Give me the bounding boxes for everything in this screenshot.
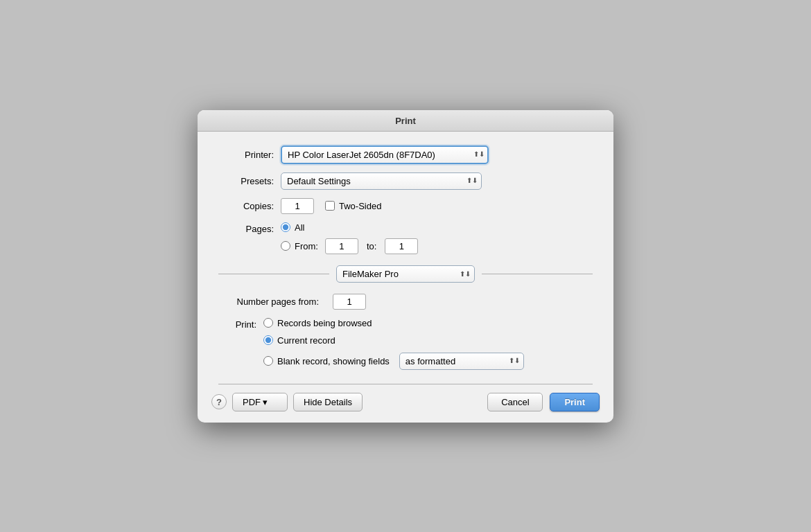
blank-record-radio[interactable]: [263, 356, 273, 366]
asformatted-select[interactable]: as formatted: [399, 353, 524, 370]
two-sided-label: Two-Sided: [339, 201, 381, 211]
blank-record-row: Blank record, showing fields as formatte…: [263, 353, 524, 370]
asformatted-select-wrapper: as formatted ⬆⬇: [399, 353, 524, 370]
current-record-row: Current record: [263, 335, 524, 346]
pages-from-radio[interactable]: [281, 241, 290, 251]
pdf-arrow-icon: ▾: [263, 397, 268, 407]
pages-from-input[interactable]: [325, 238, 358, 254]
pages-from-label: From:: [295, 241, 318, 251]
current-record-label: Current record: [277, 335, 335, 346]
presets-select[interactable]: Default Settings: [281, 172, 482, 190]
number-pages-row: Number pages from:: [218, 294, 593, 310]
records-browsed-row: Records being browsed: [263, 318, 524, 328]
filemaker-line-left: [218, 274, 329, 274]
cancel-button[interactable]: Cancel: [487, 393, 543, 411]
printer-label: Printer:: [218, 150, 274, 160]
number-pages-label: Number pages from:: [218, 296, 319, 307]
printer-row: Printer: HP Color LaserJet 2605dn (8F7DA…: [218, 145, 593, 164]
print-options-label: Print:: [218, 319, 256, 330]
records-browsed-label: Records being browsed: [277, 318, 372, 328]
two-sided-checkbox[interactable]: [325, 201, 335, 211]
copies-label: Copies:: [218, 201, 274, 211]
pages-row: Pages: All From: to:: [218, 222, 593, 254]
hide-details-button[interactable]: Hide Details: [293, 393, 363, 411]
pages-to-input[interactable]: [385, 238, 418, 254]
help-button[interactable]: ?: [211, 394, 227, 409]
pages-from-row: From: to:: [281, 238, 418, 254]
number-pages-input[interactable]: [333, 294, 366, 310]
presets-row: Presets: Default Settings ⬆⬇: [218, 172, 593, 190]
filemaker-line-right: [482, 274, 593, 274]
pages-all-row: All: [281, 222, 418, 233]
presets-select-wrapper: Default Settings ⬆⬇: [281, 172, 482, 190]
pages-all-radio[interactable]: [281, 222, 290, 232]
printer-select[interactable]: HP Color LaserJet 2605dn (8F7DA0): [281, 145, 489, 164]
pages-to-label: to:: [367, 241, 376, 251]
footer-left: ? PDF ▾ Hide Details: [211, 393, 363, 411]
two-sided-wrapper: Two-Sided: [325, 201, 381, 211]
pages-label: Pages:: [218, 224, 274, 234]
print-options-row: Print: Records being browsed Current rec…: [218, 318, 593, 374]
print-dialog: Print Printer: HP Color LaserJet 2605dn …: [198, 110, 613, 423]
blank-record-label: Blank record, showing fields: [277, 356, 390, 366]
printer-select-wrapper: HP Color LaserJet 2605dn (8F7DA0) ⬆⬇: [281, 145, 489, 164]
section-select[interactable]: FileMaker Pro: [336, 265, 475, 283]
copies-input[interactable]: [281, 198, 314, 214]
title-bar: Print: [198, 110, 613, 132]
filemaker-section: FileMaker Pro ⬆⬇: [218, 265, 593, 283]
pages-all-label: All: [295, 222, 304, 233]
dialog-body: Printer: HP Color LaserJet 2605dn (8F7DA…: [198, 132, 613, 384]
dialog-title: Print: [395, 116, 416, 126]
pdf-button[interactable]: PDF ▾: [232, 393, 288, 411]
copies-row: Copies: Two-Sided: [218, 198, 593, 214]
current-record-radio[interactable]: [263, 335, 273, 345]
presets-label: Presets:: [218, 176, 274, 186]
pages-section: All From: to:: [281, 222, 418, 254]
filemaker-select-wrapper: FileMaker Pro ⬆⬇: [336, 265, 475, 283]
print-options-section: Records being browsed Current record Bla…: [263, 318, 524, 370]
footer-right: Cancel Print: [487, 393, 600, 411]
records-browsed-radio[interactable]: [263, 318, 273, 328]
dialog-footer: ? PDF ▾ Hide Details Cancel Print: [198, 384, 613, 423]
pdf-label: PDF: [243, 397, 261, 407]
print-button[interactable]: Print: [550, 393, 600, 411]
